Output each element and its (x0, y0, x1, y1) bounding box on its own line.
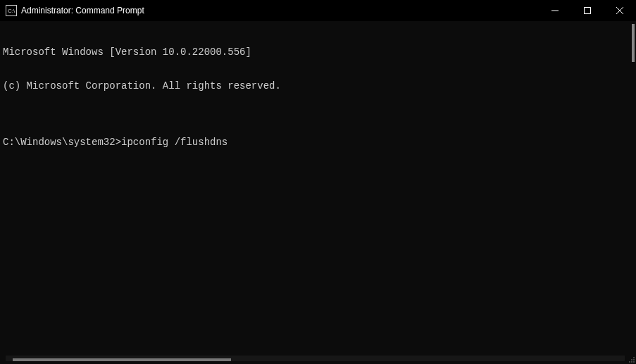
svg-rect-1 (585, 8, 591, 14)
terminal-header-line2: (c) Microsoft Corporation. All rights re… (3, 80, 633, 92)
typed-command: ipconfig /flushdns (121, 137, 227, 148)
terminal-prompt-line: C:\Windows\system32>ipconfig /flushdns (3, 137, 633, 148)
minimize-button[interactable] (539, 0, 571, 21)
titlebar[interactable]: C:\ Administrator: Command Prompt (0, 0, 636, 21)
maximize-icon (584, 7, 591, 14)
terminal-header-line1: Microsoft Windows [Version 10.0.22000.55… (3, 46, 633, 58)
window-controls (539, 0, 636, 21)
minimize-icon (551, 7, 559, 14)
maximize-button[interactable] (571, 0, 604, 21)
prompt-path: C:\Windows\system32> (3, 137, 121, 148)
resize-grip-icon (626, 354, 636, 364)
window-title: Administrator: Command Prompt (21, 6, 539, 15)
svg-point-7 (629, 361, 630, 363)
svg-point-4 (633, 357, 635, 358)
svg-point-5 (631, 359, 632, 360)
vertical-scrollbar-thumb[interactable] (632, 24, 635, 62)
terminal-output[interactable]: Microsoft Windows [Version 10.0.22000.55… (0, 21, 636, 364)
svg-point-8 (631, 361, 632, 363)
cmd-icon: C:\ (6, 5, 17, 16)
resize-grip[interactable] (626, 354, 636, 364)
close-button[interactable] (604, 0, 636, 21)
svg-point-6 (633, 359, 635, 360)
close-icon (616, 7, 623, 14)
svg-point-9 (633, 361, 635, 363)
horizontal-scrollbar-thumb[interactable] (13, 358, 231, 361)
